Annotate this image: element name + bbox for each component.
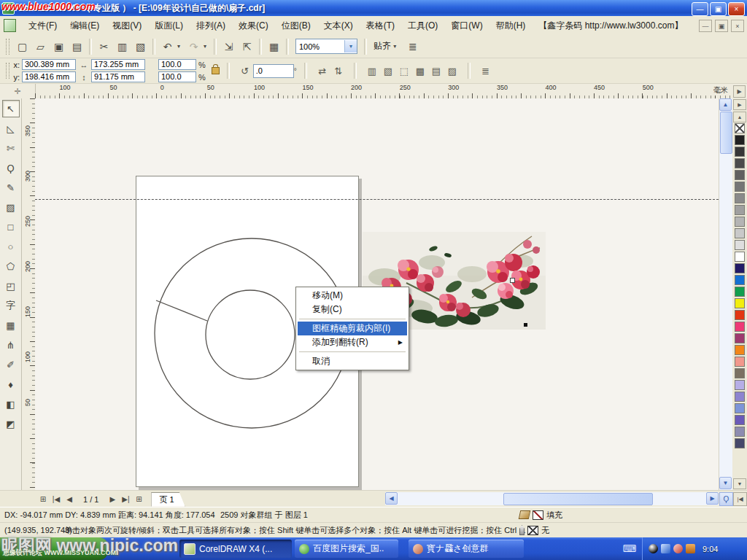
basic-shapes-tool[interactable]: ◰ xyxy=(2,277,20,295)
ruler-origin-icon[interactable]: ✛ xyxy=(0,84,36,98)
close-button[interactable]: × xyxy=(728,2,745,16)
scroll-right-icon[interactable]: ▶ xyxy=(706,492,719,505)
doc-close-button[interactable]: × xyxy=(731,20,744,32)
horizontal-scroll-thumb[interactable] xyxy=(503,493,653,505)
polygon-tool[interactable]: ⬠ xyxy=(2,257,20,275)
palette-color-swatch[interactable] xyxy=(735,252,745,262)
palette-color-swatch[interactable] xyxy=(735,380,745,390)
pick-tool[interactable]: ↖ xyxy=(2,100,20,117)
menu-item[interactable]: 表格(T) xyxy=(360,17,401,35)
palette-color-swatch[interactable] xyxy=(735,240,745,250)
horizontal-ruler[interactable]: 10050050100150200250300350400450500 xyxy=(35,84,733,98)
menu-item[interactable]: 排列(A) xyxy=(190,17,232,35)
interactive-fill-tool[interactable]: ◩ xyxy=(2,415,20,432)
propbar-button[interactable]: ⬚ xyxy=(396,63,412,79)
drawing-canvas[interactable]: 移动(M)复制(C)图框精确剪裁内部(I)添加到翻转(R)▶取消 xyxy=(35,98,719,490)
propbar-button[interactable]: ▨ xyxy=(444,63,460,79)
scroll-left-icon[interactable]: ◀ xyxy=(385,492,398,505)
menu-item[interactable]: 文本(X) xyxy=(317,17,360,35)
context-menu-item[interactable]: 复制(C) xyxy=(298,303,407,316)
palette-flyout-icon[interactable]: ▶ xyxy=(733,99,746,110)
y-position-field[interactable]: 198.416 mm xyxy=(22,71,76,82)
app-launcher-icon[interactable]: ▦ xyxy=(266,38,282,55)
palette-color-swatch[interactable] xyxy=(735,135,745,145)
rectangle-tool[interactable]: □ xyxy=(2,218,20,236)
scale-x-field[interactable]: 100.0 xyxy=(158,59,196,70)
menu-item[interactable]: 工具(O) xyxy=(401,17,444,35)
palette-color-swatch[interactable] xyxy=(735,287,745,297)
menu-item[interactable]: 位图(B) xyxy=(275,17,317,35)
toolbar-grip[interactable] xyxy=(6,39,9,55)
palette-color-swatch[interactable] xyxy=(735,357,745,367)
menu-item[interactable]: 视图(V) xyxy=(106,17,148,35)
scale-y-field[interactable]: 100.0 xyxy=(158,71,196,82)
palette-color-swatch[interactable] xyxy=(735,322,745,332)
propbar-button[interactable]: ▤ xyxy=(428,63,444,79)
menu-item[interactable]: 效果(C) xyxy=(232,17,275,35)
palette-color-swatch[interactable] xyxy=(735,438,745,448)
x-position-field[interactable]: 300.389 mm xyxy=(22,59,76,70)
mirror-horizontal-icon[interactable]: ⇄ xyxy=(314,63,330,79)
palette-scroll-down-icon[interactable]: ▼ xyxy=(733,478,746,489)
palette-color-swatch[interactable] xyxy=(735,333,745,343)
palette-color-swatch[interactable] xyxy=(735,310,745,320)
context-menu-item[interactable]: 添加到翻转(R)▶ xyxy=(298,335,407,349)
smart-fill-tool[interactable]: ▨ xyxy=(2,198,20,216)
taskbar-button[interactable]: 寳ナ飝さ创意群 xyxy=(409,540,524,558)
doc-restore-button[interactable]: ▣ xyxy=(715,20,728,32)
palette-color-swatch[interactable] xyxy=(735,217,745,227)
propbar-button[interactable]: ▩ xyxy=(412,63,428,79)
last-page-icon[interactable]: ▶| xyxy=(119,493,132,506)
context-menu-item[interactable]: 移动(M) xyxy=(298,289,407,303)
palette-color-swatch[interactable] xyxy=(735,228,745,238)
palette-color-swatch[interactable] xyxy=(735,193,745,203)
eyedropper-tool[interactable]: ✐ xyxy=(2,356,20,373)
copy-icon[interactable]: ▥ xyxy=(114,38,131,55)
menu-item[interactable]: 文件(F) xyxy=(22,17,63,35)
vertical-scrollbar[interactable]: ▲ ▼ xyxy=(719,98,732,490)
palette-color-swatch[interactable] xyxy=(735,403,745,413)
vertical-scroll-thumb[interactable] xyxy=(720,112,732,154)
horizontal-scrollbar[interactable]: ◀ ▶ xyxy=(385,492,719,505)
palette-color-swatch[interactable] xyxy=(735,263,745,273)
selection-handle[interactable] xyxy=(524,323,527,327)
restore-button[interactable]: ▣ xyxy=(710,2,727,16)
new-icon[interactable]: ▢ xyxy=(14,38,31,55)
options-icon[interactable]: ≣ xyxy=(404,38,421,55)
import-icon[interactable]: ⇲ xyxy=(220,38,237,55)
object-height-field[interactable]: 91.175 mm xyxy=(91,71,145,82)
wrap-text-icon[interactable]: ≣ xyxy=(478,63,494,79)
menu-item[interactable]: 窗口(W) xyxy=(444,17,489,35)
ellipse-tool[interactable]: ○ xyxy=(2,238,20,255)
menu-item[interactable]: 编辑(E) xyxy=(63,17,106,35)
undo-icon[interactable]: ↶ xyxy=(159,38,176,55)
add-page-icon[interactable]: ⊞ xyxy=(132,493,145,506)
scroll-down-icon[interactable]: ▼ xyxy=(719,477,732,489)
redo-icon[interactable]: ↷ xyxy=(185,38,202,55)
outline-pen-tool[interactable]: ♦ xyxy=(2,376,20,393)
propbar-button[interactable]: ▥ xyxy=(364,63,380,79)
paste-icon[interactable]: ▧ xyxy=(132,38,149,55)
minimize-button[interactable]: — xyxy=(692,2,708,16)
security-tray-icon[interactable] xyxy=(673,544,683,553)
context-menu-item[interactable]: 取消 xyxy=(298,354,407,368)
fill-tool[interactable]: ◧ xyxy=(2,395,20,413)
snap-to-button[interactable]: 贴齐 ▾ xyxy=(371,40,403,52)
chevron-down-icon[interactable]: ▾ xyxy=(344,40,357,52)
ruler-flyout-icon[interactable]: ▶ xyxy=(733,85,746,98)
mirror-vertical-icon[interactable]: ⇅ xyxy=(330,63,347,79)
palette-color-swatch[interactable] xyxy=(735,147,745,157)
freehand-tool[interactable]: ✎ xyxy=(2,179,20,196)
palette-color-swatch[interactable] xyxy=(735,205,745,215)
palette-color-swatch[interactable] xyxy=(735,158,745,168)
palette-color-swatch[interactable] xyxy=(735,368,745,378)
save-icon[interactable]: ▣ xyxy=(50,38,67,55)
palette-dock-icon[interactable]: |◀ xyxy=(733,492,747,506)
navigator-icon[interactable]: Ϙ xyxy=(719,492,733,506)
language-keyboard-icon[interactable]: ⌨ xyxy=(622,541,638,556)
table-tool[interactable]: ▦ xyxy=(2,316,20,334)
palette-color-swatch[interactable] xyxy=(735,298,745,308)
doc-minimize-button[interactable]: — xyxy=(699,20,712,32)
palette-color-swatch[interactable] xyxy=(735,415,745,425)
vertical-ruler[interactable]: 35030025020015010050 xyxy=(22,98,36,490)
